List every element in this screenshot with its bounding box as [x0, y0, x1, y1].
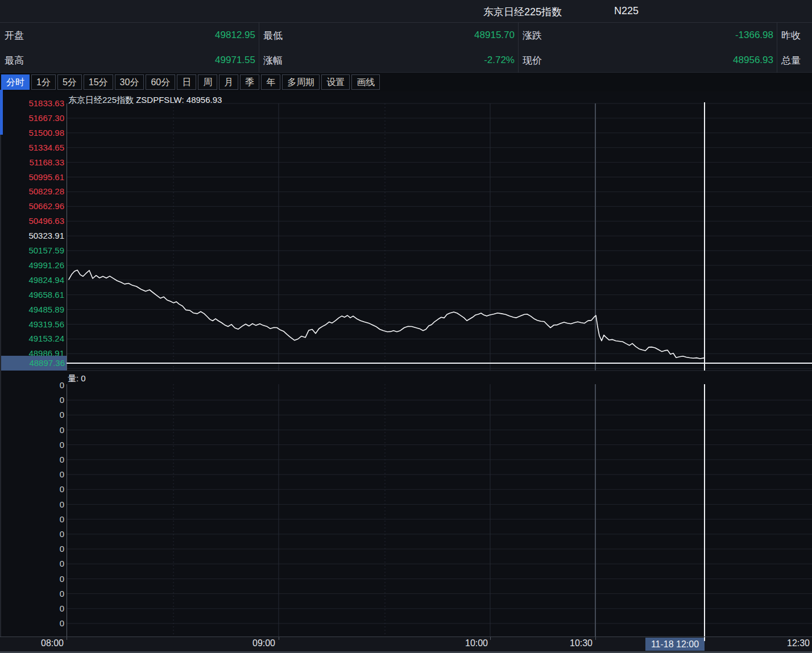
- axis-tick: [279, 637, 279, 640]
- stat-cell: 昨收: [777, 23, 812, 48]
- volume-axis-label: 0: [0, 558, 64, 569]
- stat-value: 48915.70: [474, 30, 515, 41]
- stat-label: 开盘: [5, 29, 24, 42]
- price-axis-label: 51500.98: [0, 127, 64, 139]
- price-axis-label: 50323.91: [0, 230, 64, 242]
- time-axis-label: 12:30: [787, 638, 810, 648]
- tab-30分[interactable]: 30分: [115, 74, 144, 90]
- price-axis-label: 51334.65: [0, 142, 64, 153]
- quote-window: 东京日经225指数 N225 开盘49812.95最低48915.70涨跌-13…: [0, 0, 812, 653]
- price-line: [69, 270, 704, 359]
- crosshair-tick: [704, 637, 705, 641]
- time-axis-label: 10:30: [570, 638, 593, 648]
- stat-value: 48956.93: [733, 55, 773, 66]
- volume-axis-label: 0: [0, 514, 64, 525]
- stat-cell: 涨跌-1366.98: [518, 23, 777, 48]
- stat-cell: 涨幅-2.72%: [259, 48, 518, 73]
- time-axis: 08:0009:0010:0010:3011-18 12:0012:30: [0, 637, 812, 651]
- time-axis-label: 10:00: [465, 638, 488, 648]
- tab-设置[interactable]: 设置: [321, 74, 350, 90]
- crosshair-time-label: 11-18 12:00: [645, 638, 705, 651]
- stat-label: 涨跌: [523, 29, 542, 42]
- volume-label: 量: 0: [68, 373, 86, 384]
- stat-value: -1366.98: [735, 30, 773, 41]
- stat-cell: 开盘49812.95: [0, 23, 259, 48]
- axis-tick: [490, 637, 491, 640]
- time-axis-label: 08:00: [41, 638, 64, 648]
- price-axis-label: 51667.30: [0, 113, 64, 124]
- axis-tick: [595, 637, 596, 640]
- symbol-code: N225: [614, 5, 639, 17]
- tab-年[interactable]: 年: [261, 74, 280, 90]
- volume-axis-label: 0: [0, 484, 64, 495]
- stats-row: 最高49971.55涨幅-2.72%现价48956.93总量: [0, 48, 812, 73]
- stat-label: 现价: [523, 54, 542, 67]
- volume-axis-label: 0: [0, 394, 64, 406]
- price-axis-label: 49991.26: [0, 260, 64, 271]
- volume-axis-label: 0: [0, 439, 64, 451]
- tab-15分[interactable]: 15分: [84, 74, 113, 90]
- stat-value: 49812.95: [215, 30, 255, 41]
- volume-axis-label: 0: [0, 603, 64, 614]
- left-scroll-thumb[interactable]: [0, 90, 3, 135]
- tab-60分[interactable]: 60分: [146, 74, 175, 90]
- volume-axis-label: 0: [0, 588, 64, 600]
- volume-axis-label: 0: [0, 469, 64, 480]
- stat-label: 总量: [781, 54, 801, 67]
- volume-axis-label: 0: [0, 425, 64, 436]
- price-axis-label: 50157.59: [0, 245, 64, 256]
- volume-axis-label: 0: [0, 543, 64, 555]
- pane-label-name: 东京日经225指数: [68, 95, 134, 105]
- volume-axis-label: 0: [0, 573, 64, 585]
- volume-axis-label: 0: [0, 454, 64, 465]
- volume-axis-label: 0: [0, 380, 64, 391]
- tab-5分[interactable]: 5分: [57, 74, 82, 90]
- stat-cell: 现价48956.93: [518, 48, 777, 73]
- axis-tick: [67, 637, 67, 640]
- price-axis-label: 49658.61: [0, 289, 64, 301]
- stat-label: 涨幅: [263, 54, 283, 67]
- quote-stats-panel: 开盘49812.95最低48915.70涨跌-1366.98昨收最高49971.…: [0, 23, 812, 73]
- price-axis-label: 50496.63: [0, 215, 64, 227]
- stats-row: 开盘49812.95最低48915.70涨跌-1366.98昨收: [0, 23, 812, 48]
- title-bar: 东京日经225指数 N225: [0, 0, 812, 23]
- volume-axis-label: 0: [0, 409, 64, 421]
- price-axis-label: 51168.33: [0, 157, 64, 168]
- stat-cell: 最低48915.70: [259, 23, 518, 48]
- stat-label: 最低: [263, 29, 283, 42]
- price-axis-label: 51833.63: [0, 98, 64, 109]
- price-axis-label: 49824.94: [0, 274, 64, 286]
- tab-季[interactable]: 季: [240, 74, 259, 90]
- tab-1分[interactable]: 1分: [31, 74, 56, 90]
- tab-日[interactable]: 日: [177, 74, 196, 90]
- price-axis-label: 50829.28: [0, 186, 64, 197]
- volume-axis-label: 0: [0, 529, 64, 540]
- chart-canvas: [0, 91, 812, 637]
- chart-plot[interactable]: 东京日经225指数 ZSDPFSLW: 48956.93 51833.63516…: [0, 91, 812, 637]
- stat-value: 49971.55: [215, 55, 255, 66]
- page-title: 东京日经225指数: [483, 5, 562, 19]
- price-axis-label: 49319.56: [0, 319, 64, 330]
- crosshair-price-label: 48897.36: [1, 356, 67, 371]
- stat-label: 昨收: [781, 29, 801, 42]
- tab-多周期[interactable]: 多周期: [282, 74, 320, 90]
- stat-label: 最高: [5, 54, 24, 67]
- tab-画线[interactable]: 画线: [351, 74, 380, 90]
- price-axis-label: 49485.89: [0, 304, 64, 315]
- pane-label-indicator: ZSDPFSLW:: [136, 95, 184, 105]
- price-axis-label: 50662.96: [0, 201, 64, 212]
- price-axis-label: 50995.61: [0, 172, 64, 183]
- tab-月[interactable]: 月: [219, 74, 238, 90]
- tab-分时[interactable]: 分时: [1, 74, 30, 90]
- stat-cell: 最高49971.55: [0, 48, 259, 73]
- volume-axis-label: 0: [0, 499, 64, 510]
- time-axis-label: 09:00: [252, 638, 275, 648]
- period-tabbar: 分时1分5分15分30分60分日周月季年多周期设置画线: [0, 73, 812, 91]
- pane-label: 东京日经225指数 ZSDPFSLW: 48956.93: [68, 95, 222, 106]
- pane-label-value: 48956.93: [187, 95, 222, 105]
- stat-value: -2.72%: [484, 55, 515, 66]
- volume-axis-label: 0: [0, 618, 64, 629]
- price-axis-label: 49153.24: [0, 333, 64, 344]
- tab-周[interactable]: 周: [198, 74, 217, 90]
- stat-cell: 总量: [777, 48, 812, 73]
